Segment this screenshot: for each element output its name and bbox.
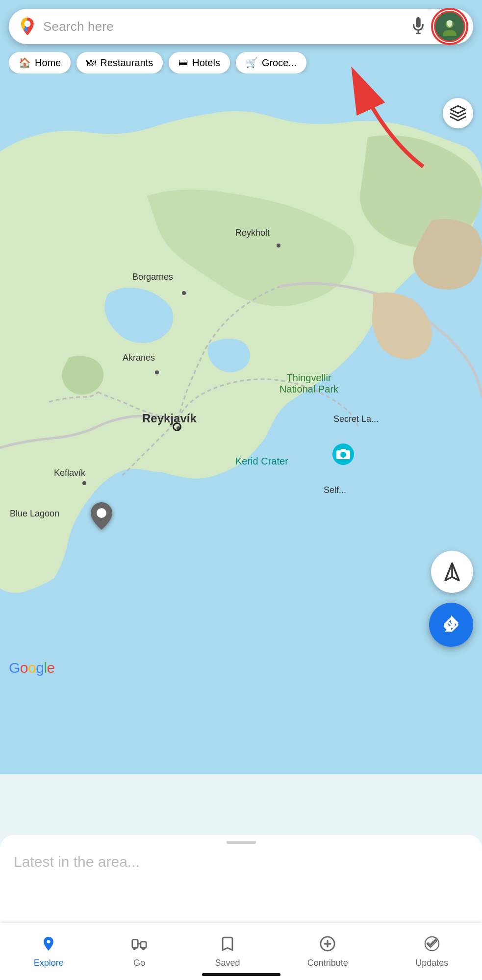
google-g: G: [9, 660, 20, 676]
location-arrow-icon: [442, 562, 462, 582]
go-icon: [131, 935, 148, 956]
updates-icon: [424, 935, 440, 956]
nav-label-updates: Updates: [415, 958, 448, 968]
nav-label-go: Go: [133, 958, 145, 968]
google-o1: o: [20, 660, 28, 676]
svg-point-10: [340, 452, 346, 458]
chip-hotels-label: Hotels: [192, 57, 220, 69]
chip-groceries[interactable]: 🛒 Groce...: [236, 52, 306, 74]
map-container[interactable]: Search here: [0, 0, 482, 774]
google-o2: o: [28, 660, 36, 676]
chip-hotels[interactable]: 🛏 Hotels: [169, 52, 230, 74]
nav-item-saved[interactable]: Saved: [205, 931, 250, 972]
chip-restaurants-label: Restaurants: [100, 57, 153, 69]
svg-point-17: [142, 947, 145, 950]
chip-home-label: Home: [35, 57, 61, 69]
nav-label-contribute: Contribute: [307, 958, 348, 968]
svg-point-16: [133, 947, 136, 950]
contribute-icon: [319, 935, 336, 956]
home-indicator: [202, 973, 280, 976]
chip-home[interactable]: 🏠 Home: [9, 52, 71, 74]
search-bar[interactable]: Search here: [9, 9, 473, 44]
google-g2: g: [36, 660, 44, 676]
saved-icon: [219, 935, 236, 956]
map-background: [0, 0, 482, 774]
chip-groceries-label: Groce...: [262, 57, 297, 69]
bottom-navigation: Explore Go Saved: [0, 923, 482, 980]
google-watermark: Google: [9, 660, 55, 676]
directions-button[interactable]: [429, 603, 473, 647]
google-e: e: [47, 660, 55, 676]
filter-chips-row: 🏠 Home 🍽 Restaurants 🛏 Hotels 🛒 Groce...: [9, 52, 473, 74]
layers-button[interactable]: [443, 98, 473, 128]
nav-label-explore: Explore: [34, 958, 64, 968]
profile-avatar-button[interactable]: [434, 11, 465, 42]
chip-restaurants[interactable]: 🍽 Restaurants: [76, 52, 163, 74]
nav-item-explore[interactable]: Explore: [24, 931, 74, 972]
groceries-chip-icon: 🛒: [246, 57, 258, 69]
layers-icon: [449, 104, 467, 122]
latest-in-area-text: Latest in the area...: [0, 844, 482, 875]
explore-icon: [40, 935, 57, 956]
restaurants-chip-icon: 🍽: [86, 57, 96, 69]
mic-icon: [411, 17, 426, 36]
hotels-chip-icon: 🛏: [178, 57, 188, 69]
search-input[interactable]: Search here: [43, 19, 403, 34]
kerid-crater-pin[interactable]: [330, 443, 357, 473]
nav-item-go[interactable]: Go: [121, 931, 157, 972]
google-maps-logo: [17, 16, 38, 37]
bottom-sheet[interactable]: Latest in the area...: [0, 835, 482, 923]
nav-item-updates[interactable]: Updates: [406, 931, 458, 972]
svg-point-1: [25, 21, 31, 27]
svg-rect-11: [341, 449, 346, 451]
mic-button[interactable]: [407, 16, 429, 37]
avatar-image: [435, 12, 464, 41]
location-button[interactable]: [431, 551, 473, 593]
home-chip-icon: 🏠: [19, 57, 31, 69]
nav-item-contribute[interactable]: Contribute: [298, 931, 358, 972]
svg-rect-14: [141, 941, 146, 948]
avatar-icon: [440, 17, 459, 36]
svg-rect-13: [132, 939, 138, 948]
directions-icon: [440, 613, 462, 636]
nav-label-saved: Saved: [215, 958, 240, 968]
svg-rect-2: [416, 17, 421, 27]
